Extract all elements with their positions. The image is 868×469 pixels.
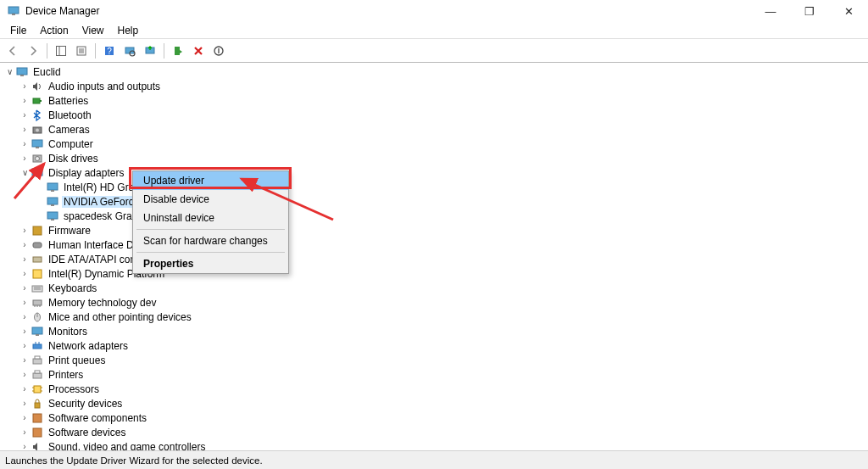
expand-icon[interactable]: ›: [19, 383, 31, 395]
expand-icon[interactable]: ›: [19, 398, 31, 410]
expand-icon[interactable]: ›: [19, 355, 31, 366]
menu-help[interactable]: Help: [111, 23, 146, 38]
category-node[interactable]: ›Audio inputs and outputs: [19, 79, 865, 93]
update-driver-button[interactable]: [141, 42, 159, 60]
category-node[interactable]: ›Monitors: [19, 324, 865, 338]
category-node[interactable]: ›Processors: [19, 382, 865, 396]
svg-rect-51: [33, 373, 42, 378]
svg-rect-33: [33, 226, 42, 235]
expand-icon[interactable]: ›: [19, 254, 31, 265]
context-item-disable-device[interactable]: Disable device: [133, 190, 288, 209]
toolbar: ?: [0, 39, 868, 63]
swdev-icon: [31, 426, 44, 439]
minimize-button[interactable]: —: [751, 0, 790, 22]
expand-icon[interactable]: ›: [19, 225, 31, 237]
display-icon: [46, 195, 59, 209]
ide-icon: [31, 253, 44, 266]
expand-icon[interactable]: ›: [19, 268, 31, 280]
svg-rect-26: [36, 176, 39, 177]
back-button[interactable]: [3, 42, 22, 60]
titlebar: Device Manager — ❐ ✕: [0, 0, 868, 22]
properties-button[interactable]: [72, 42, 91, 60]
show-hide-tree-button[interactable]: [52, 42, 70, 60]
display-icon: [46, 181, 59, 194]
category-label: Keyboards: [47, 282, 98, 294]
expand-icon[interactable]: ›: [19, 311, 31, 323]
speaker-icon: [31, 80, 44, 93]
category-label: Batteries: [47, 95, 90, 107]
context-item-uninstall-device[interactable]: Uninstall device: [133, 209, 288, 227]
expand-icon[interactable]: ›: [19, 412, 31, 424]
printer-icon: [31, 368, 44, 382]
context-item-properties[interactable]: Properties: [133, 254, 288, 273]
expand-icon[interactable]: ›: [19, 153, 31, 165]
category-node[interactable]: ›Software components: [19, 410, 865, 425]
category-label: Monitors: [47, 326, 89, 338]
svg-rect-1: [12, 14, 15, 15]
help-button[interactable]: ?: [100, 42, 119, 60]
svg-rect-58: [35, 403, 40, 408]
expand-icon[interactable]: ›: [19, 326, 31, 338]
category-node[interactable]: ›Sound, video and game controllers: [19, 439, 865, 450]
forward-button[interactable]: [24, 42, 42, 60]
menu-file[interactable]: File: [3, 23, 33, 38]
printqueue-icon: [31, 354, 44, 367]
svg-rect-18: [40, 100, 42, 102]
expand-icon[interactable]: ›: [19, 138, 31, 150]
root-node[interactable]: ∨ Euclid: [3, 64, 865, 79]
display-icon: [31, 166, 44, 180]
category-label: Memory technology dev: [47, 297, 158, 309]
collapse-icon[interactable]: ∨: [3, 66, 15, 78]
category-node[interactable]: ›Batteries: [19, 93, 865, 108]
context-menu: Update driverDisable deviceUninstall dev…: [132, 170, 289, 274]
svg-rect-29: [47, 198, 58, 204]
expand-icon[interactable]: ›: [19, 369, 31, 381]
context-item-scan-for-hardware-changes[interactable]: Scan for hardware changes: [133, 232, 288, 250]
svg-rect-30: [51, 204, 54, 206]
svg-rect-2: [57, 46, 66, 55]
expand-icon[interactable]: ›: [19, 95, 31, 107]
category-node[interactable]: ›Cameras: [19, 122, 865, 137]
network-icon: [31, 339, 44, 353]
close-button[interactable]: ✕: [829, 0, 868, 22]
category-node[interactable]: ›Software devices: [19, 425, 865, 439]
category-node[interactable]: ›Printers: [19, 367, 865, 382]
expand-icon[interactable]: ›: [19, 297, 31, 309]
category-node[interactable]: ›Keyboards: [19, 281, 865, 295]
collapse-icon[interactable]: ∨: [19, 167, 31, 179]
category-node[interactable]: ›Network adapters: [19, 338, 865, 353]
category-node[interactable]: ›Memory technology dev: [19, 295, 865, 310]
expand-icon[interactable]: ›: [19, 441, 31, 451]
expand-icon[interactable]: ›: [19, 340, 31, 352]
menu-view[interactable]: View: [75, 23, 111, 38]
context-item-update-driver[interactable]: Update driver: [133, 171, 288, 190]
category-node[interactable]: ›Print queues: [19, 353, 865, 367]
expand-icon[interactable]: ›: [19, 81, 31, 92]
disable-device-button[interactable]: [209, 42, 228, 60]
device-tree[interactable]: ∨ Euclid ›Audio inputs and outputs›Batte…: [0, 63, 868, 450]
svg-rect-47: [36, 334, 39, 336]
maximize-button[interactable]: ❐: [790, 0, 829, 22]
uninstall-device-button[interactable]: [189, 42, 208, 60]
scan-hardware-button[interactable]: [120, 42, 139, 60]
menu-action[interactable]: Action: [33, 23, 75, 38]
enable-device-button[interactable]: [169, 42, 187, 60]
category-node[interactable]: ›Bluetooth: [19, 108, 865, 122]
expand-icon[interactable]: ›: [19, 239, 31, 251]
svg-rect-48: [33, 344, 42, 349]
category-node[interactable]: ›Computer: [19, 137, 865, 151]
mouse-icon: [31, 310, 44, 324]
svg-rect-21: [32, 140, 42, 147]
category-node[interactable]: ›Security devices: [19, 396, 865, 410]
category-node[interactable]: ›Disk drives: [19, 151, 865, 165]
category-node[interactable]: ›Mice and other pointing devices: [19, 310, 865, 324]
svg-rect-27: [47, 183, 58, 190]
svg-rect-49: [33, 359, 42, 364]
expand-icon[interactable]: ›: [19, 124, 31, 136]
svg-rect-35: [33, 257, 42, 262]
expand-icon[interactable]: ›: [19, 427, 31, 438]
context-separator: [136, 229, 285, 230]
expand-icon[interactable]: ›: [19, 282, 31, 294]
status-text: Launches the Update Driver Wizard for th…: [5, 455, 263, 466]
expand-icon[interactable]: ›: [19, 109, 31, 121]
